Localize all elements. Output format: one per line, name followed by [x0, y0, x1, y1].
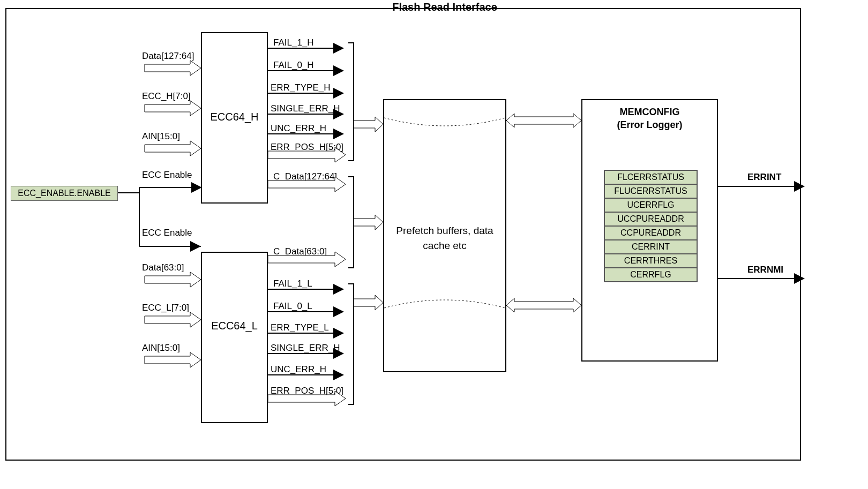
signal-label: FAIL_1_L	[273, 279, 312, 289]
memconfig-title-2: (Error Logger)	[617, 119, 682, 130]
signal-label: SINGLE_ERR_H	[271, 103, 340, 114]
signal-label: ERR_TYPE_L	[271, 322, 329, 333]
signal-label: ECC_H[7:0]	[142, 91, 191, 102]
prefetch-label: Prefetch buffers, data cache etc	[384, 223, 505, 253]
prefetch-block: Prefetch buffers, data cache etc	[383, 99, 506, 372]
reg-row: UCCPUREADDR	[604, 212, 697, 226]
signal-label: C_Data[63:0]	[273, 246, 327, 257]
memconfig-title: MEMCONFIG (Error Logger)	[582, 106, 717, 131]
signal-label: Data[63:0]	[142, 262, 184, 273]
register-table: FLCERRSTATUS FLUCERRSTATUS UCERRFLG UCCP…	[604, 170, 698, 282]
signal-label: AIN[15:0]	[142, 343, 180, 353]
title-text: Flash Read Interface	[392, 1, 497, 13]
signal-label: SINGLE_ERR_H	[271, 343, 340, 353]
signal-label: FAIL_1_H	[273, 37, 314, 48]
signal-label: ERR_POS_H[5:0]	[271, 142, 343, 153]
signal-label: UNC_ERR_H	[271, 364, 326, 375]
signal-label: ECC Enable	[142, 228, 192, 238]
signal-label: ECC_L[7:0]	[142, 303, 189, 313]
ecc-enable-register: ECC_ENABLE.ENABLE	[11, 186, 118, 201]
ecc64-l-label: ECC64_L	[202, 320, 267, 332]
signal-label: ERRNMI	[747, 265, 783, 275]
signal-label: ECC Enable	[142, 170, 192, 180]
signal-label: Data[127:64]	[142, 51, 194, 62]
signal-label: C_Data[127:64]	[273, 171, 337, 182]
signal-label: ERR_TYPE_H	[271, 82, 330, 93]
reg-row: CERRINT	[604, 240, 697, 254]
signal-label: ERRINT	[747, 172, 781, 183]
ecc64-l-block: ECC64_L	[201, 252, 268, 423]
signal-label: FAIL_0_L	[273, 301, 312, 312]
ecc64-h-label: ECC64_H	[202, 111, 267, 123]
ecc64-h-block: ECC64_H	[201, 32, 268, 204]
signal-label: UNC_ERR_H	[271, 123, 326, 134]
reg-row: UCERRFLG	[604, 198, 697, 212]
reg-row: CCPUREADDR	[604, 226, 697, 240]
memconfig-block: MEMCONFIG (Error Logger) FLCERRSTATUS FL…	[581, 99, 718, 362]
signal-label: AIN[15:0]	[142, 131, 180, 142]
ecc-enable-reg-label: ECC_ENABLE.ENABLE	[18, 189, 110, 198]
diagram-title: Flash Read Interface	[391, 0, 498, 14]
memconfig-title-1: MEMCONFIG	[620, 107, 680, 117]
reg-row: CERRTHRES	[604, 254, 697, 268]
reg-row: FLCERRSTATUS	[604, 170, 697, 184]
reg-row: CERRFLG	[604, 268, 697, 282]
signal-label: FAIL_0_H	[273, 60, 314, 71]
signal-label: ERR_POS_H[5:0]	[271, 386, 343, 396]
reg-row: FLUCERRSTATUS	[604, 184, 697, 198]
